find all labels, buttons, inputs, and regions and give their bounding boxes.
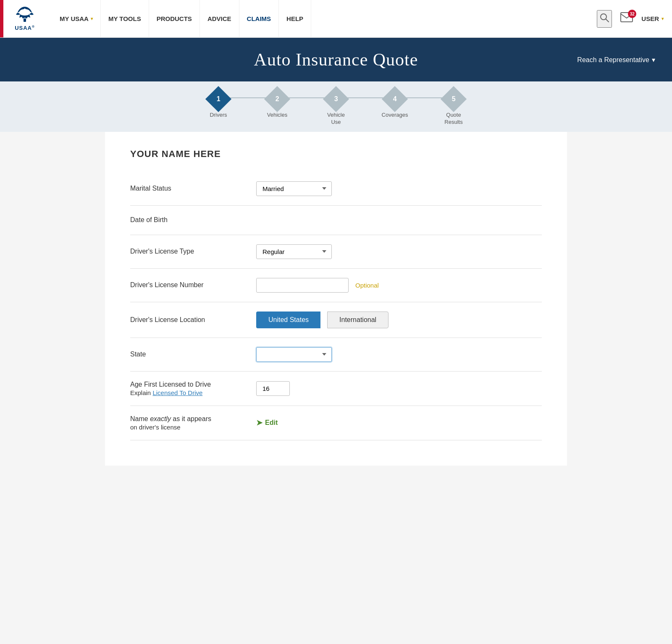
logo[interactable]: USAA® [14,6,35,31]
mail-button[interactable]: 32 [620,12,633,25]
marital-status-label: Marital Status [130,185,256,192]
name-on-license-field: ➤ Edit [256,418,542,427]
name-on-license-row: Name exactly as it appears on driver's l… [130,406,542,440]
chevron-down-icon: ▾ [91,16,93,21]
name-on-license-label-group: Name exactly as it appears on driver's l… [130,415,256,431]
mail-badge: 32 [628,10,636,18]
state-field: Alabama Alaska Arizona California Texas [256,347,542,362]
driver-name-heading: YOUR NAME HERE [130,149,542,160]
step-4-coverages[interactable]: 4 Coverages [365,90,424,119]
nav-item-my-usaa[interactable]: MY USAA ▾ [52,0,101,38]
license-location-label: Driver's License Location [130,316,256,324]
international-license-button[interactable]: International [327,312,388,328]
step-1-diamond[interactable]: 1 [205,86,231,112]
svg-rect-0 [24,18,26,22]
license-type-label: Driver's License Type [130,248,256,255]
date-of-birth-label: Date of Birth [130,216,256,224]
nav-item-claims[interactable]: CLAIMS [239,0,279,38]
nav-right-actions: 32 USER ▾ [597,10,664,28]
date-of-birth-row: Date of Birth [130,206,542,235]
nav-accent [0,0,3,37]
step-3-diamond[interactable]: 3 [323,86,349,112]
user-menu[interactable]: USER ▾ [641,15,664,22]
license-number-label: Driver's License Number [130,281,256,289]
age-licensed-sub-label: Explain Licensed To Drive [130,389,256,396]
step-1-drivers[interactable]: 1 Drivers [189,90,248,119]
step-5-label: QuoteResults [444,112,462,126]
step-5-diamond[interactable]: 5 [441,86,467,112]
search-button[interactable] [597,10,612,28]
license-location-row: Driver's License Location United States … [130,302,542,338]
license-number-input[interactable] [256,278,349,293]
license-number-field: Optional [256,278,542,293]
progress-steps: 1 Drivers 2 Vehicles 3 VehicleUse 4 Cove… [0,81,672,132]
name-on-license-label: Name exactly as it appears [130,415,256,423]
edit-name-button[interactable]: ➤ Edit [256,418,278,427]
main-form: YOUR NAME HERE Marital Status Married Si… [105,132,567,466]
marital-status-row: Marital Status Married Single Divorced W… [130,172,542,206]
state-label: State [130,351,256,358]
nav-item-products[interactable]: PRODUCTS [149,0,200,38]
license-number-row: Driver's License Number Optional [130,269,542,302]
marital-status-field: Married Single Divorced Widowed [256,181,542,196]
age-licensed-main-label: Age First Licensed to Drive [130,381,256,388]
reach-rep-chevron-icon: ▾ [652,56,655,64]
nav-links: MY USAA ▾ MY TOOLS PRODUCTS ADVICE CLAIM… [52,0,597,38]
age-licensed-label-group: Age First Licensed to Drive Explain Lice… [130,381,256,396]
marital-status-select[interactable]: Married Single Divorced Widowed [256,181,332,196]
step-3-label: VehicleUse [327,112,345,126]
state-select[interactable]: Alabama Alaska Arizona California Texas [256,347,332,362]
licensed-to-drive-link[interactable]: Licensed To Drive [152,389,202,396]
reach-representative-button[interactable]: Reach a Representative ▾ [577,56,655,64]
step-3-vehicle-use[interactable]: 3 VehicleUse [307,90,365,126]
age-licensed-field [256,381,542,396]
logo-wordmark: USAA® [15,25,35,31]
state-row: State Alabama Alaska Arizona California … [130,338,542,372]
edit-arrow-icon: ➤ [256,418,262,427]
step-4-diamond[interactable]: 4 [382,86,408,112]
page-title: Auto Insurance Quote [254,50,418,70]
license-type-row: Driver's License Type Regular CDL Learne… [130,235,542,269]
step-5-quote-results[interactable]: 5 QuoteResults [424,90,483,126]
page-header: Auto Insurance Quote Reach a Representat… [0,38,672,81]
logo-icon [14,6,35,25]
nav-item-help[interactable]: HELP [279,0,311,38]
optional-badge: Optional [355,282,379,289]
user-chevron-icon: ▾ [662,16,664,21]
license-type-field: Regular CDL Learner's Permit Internation… [256,244,542,259]
navigation-bar: USAA® MY USAA ▾ MY TOOLS PRODUCTS ADVICE… [0,0,672,38]
svg-line-2 [606,19,609,22]
step-2-vehicles[interactable]: 2 Vehicles [248,90,307,119]
nav-item-advice[interactable]: ADVICE [200,0,239,38]
us-license-button[interactable]: United States [256,312,320,328]
license-location-field: United States International [256,312,542,328]
nav-item-my-tools[interactable]: MY TOOLS [101,0,149,38]
age-licensed-row: Age First Licensed to Drive Explain Lice… [130,372,542,406]
step-2-diamond[interactable]: 2 [264,86,290,112]
age-licensed-input[interactable] [256,381,290,396]
name-on-license-sublabel: on driver's license [130,424,256,431]
license-type-select[interactable]: Regular CDL Learner's Permit Internation… [256,244,332,259]
